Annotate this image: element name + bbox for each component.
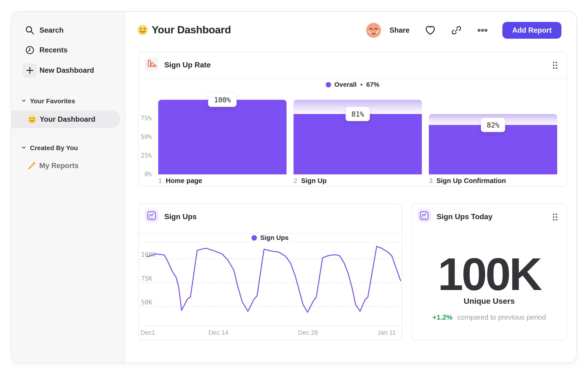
avatar[interactable] bbox=[366, 23, 381, 38]
copy-link-icon[interactable] bbox=[451, 25, 462, 36]
card-header: Sign Ups Today bbox=[412, 204, 567, 230]
sidebar-item-my-reports[interactable]: My Reports bbox=[27, 161, 79, 171]
add-report-button[interactable]: Add Report bbox=[502, 22, 561, 39]
x-tick-label: Jan 11 bbox=[377, 329, 396, 336]
card-header: Sign Ups bbox=[139, 204, 402, 230]
sidebar-item-label: New Dashboard bbox=[39, 66, 94, 75]
card-title: Sign Ups bbox=[164, 204, 197, 230]
clock-icon bbox=[23, 43, 37, 57]
sidebar-item-your-dashboard[interactable]: Your Dashboard bbox=[12, 111, 120, 128]
delta-value: +1.2% bbox=[432, 313, 452, 321]
sidebar-section-your-favorites[interactable]: Your Favorites bbox=[21, 97, 75, 105]
sidebar-item-label: Your Dashboard bbox=[40, 115, 95, 123]
more-options-icon[interactable] bbox=[477, 25, 488, 36]
funnel-converted-zone bbox=[294, 114, 422, 174]
legend-separator: • bbox=[360, 81, 363, 88]
divider bbox=[139, 78, 567, 78]
card-title: Sign Up Rate bbox=[164, 52, 211, 78]
funnel-chart-icon bbox=[145, 57, 158, 71]
drag-handle-icon[interactable] bbox=[553, 213, 558, 222]
funnel-legend: Overall • 67% bbox=[139, 81, 567, 89]
y-tick-label: 75% bbox=[139, 115, 152, 122]
y-tick-label: 100K bbox=[141, 251, 169, 258]
page-header: Your Dashboard Share bbox=[125, 12, 576, 49]
sign-up-rate-card: Sign Up Rate Overall • 67% 75%50%25%0% 1… bbox=[138, 51, 567, 187]
y-tick-label: 0% bbox=[139, 171, 152, 178]
pencil-emoji-icon bbox=[27, 161, 37, 171]
chevron-down-icon bbox=[21, 98, 27, 104]
line-chart bbox=[139, 242, 402, 326]
divider bbox=[139, 326, 402, 326]
page-title: Your Dashboard bbox=[152, 24, 231, 36]
x-tick-label: Dec1 bbox=[140, 329, 155, 336]
chevron-down-icon bbox=[21, 145, 27, 151]
funnel-step-labels: 1Home page2Sign Up3Sign Up Confirmation bbox=[158, 177, 557, 185]
sidebar-item-new-dashboard[interactable]: New Dashboard bbox=[23, 63, 94, 78]
legend-label: Overall bbox=[334, 81, 357, 88]
legend-dot-icon bbox=[326, 82, 331, 87]
funnel-step-label: 2Sign Up bbox=[294, 177, 422, 185]
line-chart-icon bbox=[417, 209, 431, 222]
sidebar: Search Recents New Dashboard Your Favori… bbox=[12, 12, 125, 363]
funnel-converted-zone bbox=[158, 100, 286, 174]
section-label: Your Favorites bbox=[30, 97, 75, 105]
search-icon bbox=[23, 23, 37, 38]
legend-value: 67% bbox=[366, 81, 379, 88]
sidebar-item-recents[interactable]: Recents bbox=[23, 43, 68, 57]
sidebar-section-created-by-you[interactable]: Created By You bbox=[21, 144, 78, 152]
sign-ups-today-card: Sign Ups Today 100K Unique Users +1.2% c… bbox=[411, 203, 567, 341]
sign-ups-line-series bbox=[147, 246, 401, 313]
sidebar-item-search[interactable]: Search bbox=[23, 23, 63, 38]
smiley-emoji-icon bbox=[28, 115, 36, 124]
drag-handle-icon[interactable] bbox=[553, 61, 558, 70]
funnel-plot: 100%81%82% bbox=[158, 100, 557, 174]
favorite-heart-icon[interactable] bbox=[425, 25, 436, 36]
metric-value: 100K bbox=[412, 252, 567, 297]
line-legend: Sign Ups bbox=[139, 234, 402, 242]
y-tick-label: 50K bbox=[141, 299, 169, 306]
legend-dot-icon bbox=[252, 235, 257, 241]
sidebar-item-label: Search bbox=[39, 26, 63, 34]
share-button[interactable]: Share bbox=[389, 26, 410, 34]
x-tick-label: Dec 14 bbox=[208, 329, 228, 336]
funnel-bar[interactable]: 82% bbox=[429, 100, 557, 174]
conversion-tooltip: 81% bbox=[346, 107, 370, 121]
y-tick-label: 50% bbox=[139, 133, 152, 140]
y-tick-label: 75K bbox=[141, 275, 169, 282]
funnel-step-label: 3Sign Up Confirmation bbox=[429, 177, 557, 185]
funnel-bar[interactable]: 81% bbox=[294, 100, 422, 174]
smiley-emoji-icon bbox=[137, 24, 148, 35]
app-window: Search Recents New Dashboard Your Favori… bbox=[11, 11, 577, 363]
metric-delta-row: +1.2% compared to previous period bbox=[412, 313, 567, 321]
metric-label: Unique Users bbox=[412, 297, 567, 306]
x-tick-label: Dec 28 bbox=[298, 329, 318, 336]
funnel-converted-zone bbox=[429, 125, 557, 174]
delta-note: compared to previous period bbox=[457, 313, 546, 321]
card-title: Sign Ups Today bbox=[437, 204, 492, 230]
sidebar-item-label: Recents bbox=[39, 46, 68, 54]
funnel-step-label: 1Home page bbox=[158, 177, 286, 185]
conversion-tooltip: 100% bbox=[208, 93, 237, 107]
conversion-tooltip: 82% bbox=[481, 118, 505, 132]
section-label: Created By You bbox=[30, 144, 78, 152]
y-tick-label: 25% bbox=[139, 152, 152, 159]
plus-icon bbox=[23, 63, 37, 78]
funnel-bar[interactable]: 100% bbox=[158, 100, 286, 174]
sidebar-item-label: My Reports bbox=[39, 161, 79, 170]
card-header: Sign Up Rate bbox=[139, 52, 567, 78]
legend-label: Sign Ups bbox=[260, 234, 288, 242]
line-chart-icon bbox=[145, 209, 158, 222]
sign-ups-card: Sign Ups Sign Ups 100K75K50K Dec1Dec 14D… bbox=[138, 203, 402, 341]
